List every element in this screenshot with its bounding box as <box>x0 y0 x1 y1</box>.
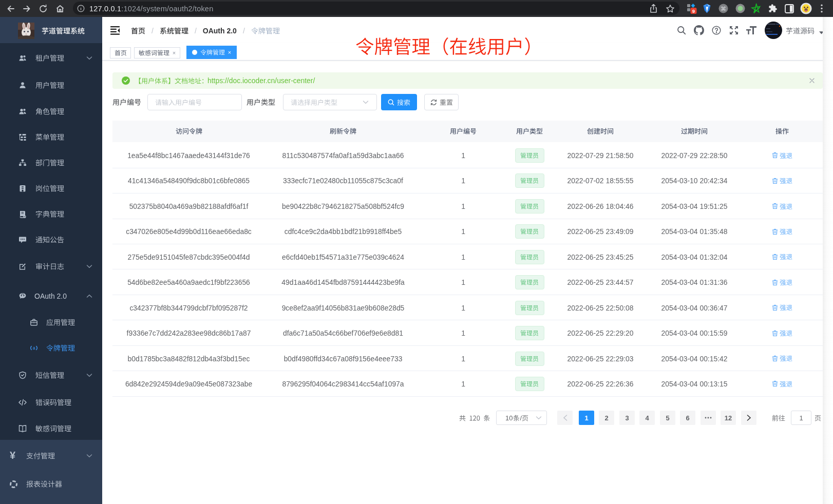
svg-text:a: a <box>33 345 35 351</box>
svg-text:⌘: ⌘ <box>721 6 726 12</box>
svg-text:9: 9 <box>692 8 695 14</box>
